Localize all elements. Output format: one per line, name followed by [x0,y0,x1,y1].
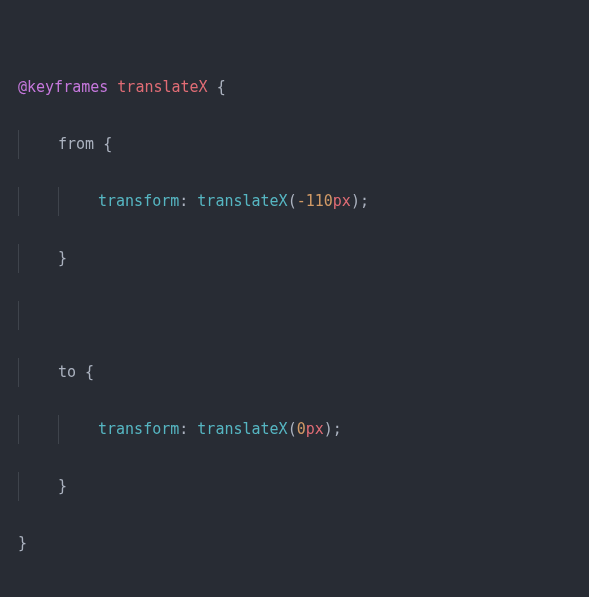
blank-line: ​ [18,301,571,330]
css-function: translateX [197,192,287,210]
brace-open: { [217,78,226,96]
unit: px [333,192,351,210]
code-line: transform: translateX(-110px); [18,187,571,216]
code-line: transform: translateX(0px); [18,415,571,444]
semicolon: ; [333,420,342,438]
css-property: transform [98,192,179,210]
paren-open: ( [288,192,297,210]
brace-close: } [58,249,67,267]
at-rule-keyword: @keyframes [18,78,108,96]
code-line: } [18,244,571,273]
number-literal: 0 [297,420,306,438]
brace-close: } [58,477,67,495]
code-line: from { [18,130,571,159]
paren-open: ( [288,420,297,438]
number-literal: -110 [297,192,333,210]
code-line: } [18,529,571,558]
brace-open: { [85,363,94,381]
colon: : [179,420,188,438]
paren-close: ) [324,420,333,438]
code-line: to { [18,358,571,387]
brace-close: } [18,534,27,552]
keyframe-selector: from [58,135,94,153]
semicolon: ; [360,192,369,210]
brace-open: { [103,135,112,153]
blank-line: ​ [18,586,571,597]
code-line: } [18,472,571,501]
paren-close: ) [351,192,360,210]
css-property: transform [98,420,179,438]
animation-name: translateX [117,78,207,96]
unit: px [306,420,324,438]
colon: : [179,192,188,210]
css-function: translateX [197,420,287,438]
code-line: @keyframes translateX { [18,73,571,102]
code-editor: @keyframes translateX { from { transform… [0,0,589,597]
keyframe-selector: to [58,363,76,381]
